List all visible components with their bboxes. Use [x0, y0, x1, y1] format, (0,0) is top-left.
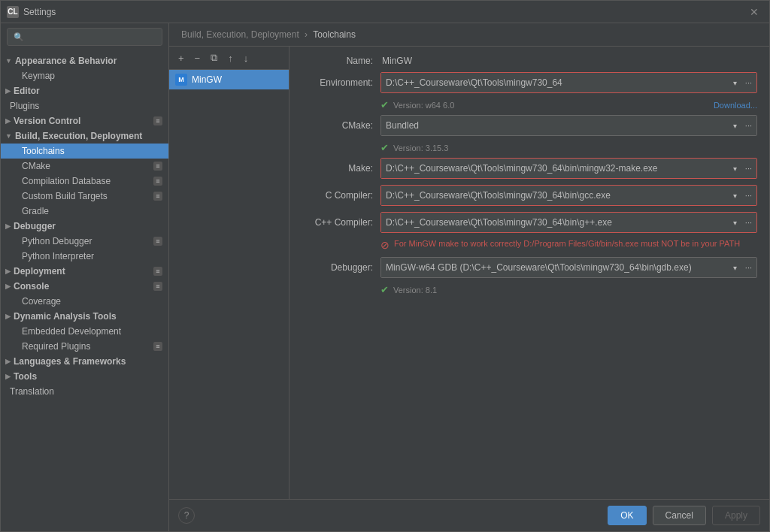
apply-button[interactable]: Apply	[712, 506, 760, 525]
cpp-compiler-row: C++ Compiler: ▾ ···	[302, 212, 757, 233]
make-dropdown-button[interactable]: ▾	[729, 159, 741, 178]
debugger-more-button[interactable]: ···	[741, 258, 756, 277]
toolbar: + − ⧉ ↑ ↓	[169, 47, 289, 70]
add-button[interactable]: +	[174, 50, 189, 66]
settings-window: CL Settings ✕ 🔍 ▼ Appearance & Behavior …	[0, 0, 770, 532]
warning-icon: ⊘	[380, 239, 390, 251]
sidebar-item-embedded-dev[interactable]: Embedded Development	[1, 324, 168, 339]
sidebar-item-python-debugger[interactable]: Python Debugger ≡	[1, 234, 168, 249]
sidebar-item-required-plugins[interactable]: Required Plugins ≡	[1, 339, 168, 354]
sidebar-item-version-control[interactable]: ▶ Version Control ≡	[1, 113, 168, 128]
environment-version-check-icon: ✔	[380, 99, 389, 110]
badge-icon: ≡	[153, 192, 162, 201]
debugger-dropdown-button[interactable]: ▾	[729, 258, 741, 277]
sidebar: 🔍 ▼ Appearance & Behavior Keymap ▶ Edito…	[1, 23, 169, 531]
sidebar-item-deployment[interactable]: ▶ Deployment ≡	[1, 264, 168, 279]
download-link[interactable]: Download...	[714, 101, 757, 110]
cpp-compiler-input[interactable]	[381, 213, 729, 232]
cpp-compiler-input-group: ▾ ···	[380, 212, 757, 233]
sidebar-item-custom-build-targets[interactable]: Custom Build Targets ≡	[1, 189, 168, 204]
sidebar-item-label: Required Plugins	[22, 341, 90, 352]
search-input[interactable]	[27, 32, 156, 42]
sidebar-item-keymap[interactable]: Keymap	[1, 68, 168, 83]
app-icon: CL	[7, 6, 19, 18]
sidebar-item-languages-frameworks[interactable]: ▶ Languages & Frameworks	[1, 354, 168, 369]
up-button[interactable]: ↑	[223, 50, 238, 66]
arrow-icon: ▶	[5, 268, 11, 275]
cmake-input[interactable]	[381, 116, 729, 135]
environment-input[interactable]	[381, 73, 729, 92]
sidebar-item-build-execution[interactable]: ▼ Build, Execution, Deployment	[1, 128, 168, 144]
nav-tree: ▼ Appearance & Behavior Keymap ▶ Editor …	[1, 50, 168, 531]
debugger-input[interactable]	[381, 258, 729, 277]
sidebar-item-python-interpreter[interactable]: Python Interpreter	[1, 249, 168, 264]
arrow-icon: ▼	[5, 57, 12, 65]
sidebar-item-appearance[interactable]: ▼ Appearance & Behavior	[1, 53, 168, 68]
sidebar-item-label: Languages & Frameworks	[14, 356, 126, 367]
badge-icon: ≡	[153, 177, 162, 186]
environment-more-button[interactable]: ···	[741, 73, 756, 92]
sidebar-item-compilation-db[interactable]: Compilation Database ≡	[1, 174, 168, 189]
name-field-wrap	[380, 56, 757, 66]
badge-icon: ≡	[153, 342, 162, 351]
sidebar-item-dynamic-analysis[interactable]: ▶ Dynamic Analysis Tools	[1, 309, 168, 324]
help-button[interactable]: ?	[178, 507, 195, 524]
down-button[interactable]: ↓	[239, 50, 253, 66]
badge-icon: ≡	[153, 282, 162, 291]
make-row: Make: ▾ ···	[302, 158, 757, 179]
badge-icon: ≡	[153, 237, 162, 246]
cmake-row: CMake: ▾ ···	[302, 115, 757, 136]
debugger-label: Debugger:	[302, 262, 380, 273]
cpp-compiler-label: C++ Compiler:	[302, 217, 380, 228]
make-input[interactable]	[381, 159, 729, 178]
name-input[interactable]	[380, 56, 757, 66]
c-compiler-more-button[interactable]: ···	[741, 186, 756, 205]
sidebar-item-label: Coverage	[22, 296, 61, 307]
cmake-more-button[interactable]: ···	[741, 116, 756, 135]
main-content: 🔍 ▼ Appearance & Behavior Keymap ▶ Edito…	[1, 23, 769, 531]
form-panel: Name: Environment: ▾ ···	[290, 47, 769, 499]
ok-button[interactable]: OK	[608, 506, 646, 525]
sidebar-item-toolchains[interactable]: Toolchains	[1, 144, 168, 159]
search-box[interactable]: 🔍	[7, 28, 162, 46]
make-more-button[interactable]: ···	[741, 159, 756, 178]
environment-version-row: ✔ Version: w64 6.0 Download...	[302, 99, 757, 110]
cmake-label: CMake:	[302, 120, 380, 131]
sidebar-item-debugger[interactable]: ▶ Debugger	[1, 219, 168, 234]
close-button[interactable]: ✕	[745, 5, 763, 20]
badge-icon: ≡	[153, 162, 162, 171]
make-field-wrap: ▾ ···	[380, 158, 757, 179]
sidebar-item-label: Tools	[14, 371, 37, 382]
cpp-compiler-more-button[interactable]: ···	[741, 213, 756, 232]
sidebar-item-editor[interactable]: ▶ Editor	[1, 83, 168, 98]
sidebar-item-cmake[interactable]: CMake ≡	[1, 159, 168, 174]
sidebar-item-label: Toolchains	[22, 146, 65, 156]
toolchain-item-label: MinGW	[192, 74, 222, 85]
arrow-icon: ▶	[5, 222, 11, 230]
sidebar-item-label: Gradle	[22, 206, 49, 216]
debugger-field-wrap: ▾ ···	[380, 257, 757, 278]
toolchain-item-mingw[interactable]: M MinGW	[169, 70, 289, 89]
c-compiler-dropdown-button[interactable]: ▾	[729, 186, 741, 205]
sidebar-item-label: Console	[14, 281, 49, 292]
sidebar-item-plugins[interactable]: Plugins	[1, 98, 168, 113]
copy-button[interactable]: ⧉	[206, 50, 222, 66]
sidebar-item-tools[interactable]: ▶ Tools	[1, 369, 168, 384]
remove-button[interactable]: −	[190, 50, 205, 66]
make-input-group: ▾ ···	[380, 158, 757, 179]
breadcrumb-part2: Toolchains	[313, 29, 356, 40]
sidebar-item-gradle[interactable]: Gradle	[1, 204, 168, 219]
name-row: Name:	[302, 56, 757, 66]
sidebar-item-coverage[interactable]: Coverage	[1, 294, 168, 309]
sidebar-item-translation[interactable]: Translation	[1, 384, 168, 399]
sidebar-item-console[interactable]: ▶ Console ≡	[1, 279, 168, 294]
search-icon: 🔍	[14, 32, 24, 42]
cancel-button[interactable]: Cancel	[653, 506, 706, 525]
toolchain-items: M MinGW	[169, 70, 289, 499]
environment-dropdown-button[interactable]: ▾	[729, 73, 741, 92]
cmake-dropdown-button[interactable]: ▾	[729, 116, 741, 135]
sidebar-item-label: Plugins	[10, 101, 39, 111]
c-compiler-input[interactable]	[381, 186, 729, 205]
cpp-compiler-dropdown-button[interactable]: ▾	[729, 213, 741, 232]
sidebar-item-label: Compilation Database	[22, 176, 111, 186]
